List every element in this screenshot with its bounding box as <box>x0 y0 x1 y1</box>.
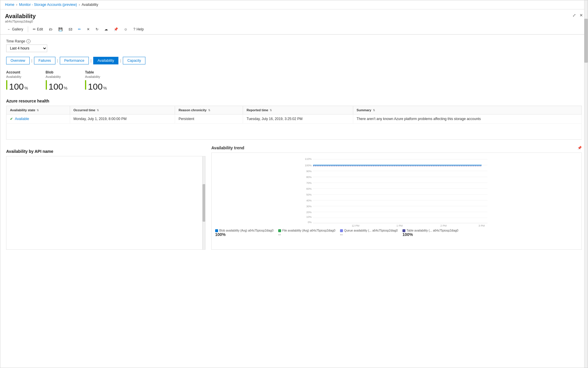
legend-blob: Blob availability (Avg) a64s75piosp2diag… <box>215 229 273 237</box>
share-button[interactable]: 🖂 <box>66 26 74 32</box>
edit-label: Edit <box>37 27 43 31</box>
feedback-icon: ☺ <box>124 27 128 31</box>
metric-blob-pct: % <box>64 86 67 90</box>
sort-summary-icon[interactable]: ⇅ <box>373 109 375 112</box>
svg-text:3 PM: 3 PM <box>478 224 485 227</box>
gallery-label: Gallery <box>12 27 23 31</box>
breadcrumb-monitor[interactable]: Monitor - Storage Accounts (preview) <box>19 3 77 7</box>
metric-blob: Blob Availability 100 % <box>46 70 68 92</box>
svg-text:70%: 70% <box>306 182 312 184</box>
sort-reason-icon[interactable]: ⇅ <box>208 109 210 112</box>
trend-section: Availability trend 📌 110% 100% 90% 80% 7… <box>211 146 582 250</box>
metric-table-name: Table <box>85 70 107 74</box>
sort-state-icon[interactable]: ⇅ <box>37 109 39 112</box>
legend-queue: Queue availability (... a64s75piosp2diag… <box>340 229 398 237</box>
close-icon[interactable]: ✕ <box>579 13 583 18</box>
legend-queue-color <box>340 229 343 232</box>
time-range-select[interactable]: Last 4 hours Last 1 hour Last 12 hours L… <box>6 44 47 52</box>
svg-text:30%: 30% <box>306 205 312 208</box>
legend-table-text: Table availability (... a64s75piosp2diag… <box>407 229 458 232</box>
nav-tabs: Overview | Failures | Performance | Avai… <box>6 57 582 64</box>
svg-text:12 PM: 12 PM <box>352 224 359 227</box>
col-summary: Summary ⇅ <box>353 106 582 114</box>
legend-file-value: -- <box>278 232 281 237</box>
cell-summary: There aren't any known Azure platform pr… <box>353 114 582 124</box>
feedback-button[interactable]: ☺ <box>122 26 130 32</box>
trend-legend: Blob availability (Avg) a64s75piosp2diag… <box>215 229 578 237</box>
search-pin-button[interactable]: 📌 <box>111 26 120 32</box>
trend-pin-icon[interactable]: 📌 <box>577 146 582 150</box>
title-left: Availability a64s75piosp2diag0 <box>5 13 36 23</box>
breadcrumb-home[interactable]: Home <box>5 3 14 7</box>
breadcrumb-sep-2: › <box>79 3 80 7</box>
metric-table-pct: % <box>103 86 107 90</box>
legend-table-label: Table availability (... a64s75piosp2diag… <box>402 229 458 232</box>
trend-chart: 110% 100% 90% 80% 70% 60% 50% 40% 30% 20… <box>215 156 578 227</box>
refresh-button[interactable]: ↻ <box>93 26 101 32</box>
metric-table-sub: Availability <box>85 75 107 78</box>
resource-health-section: Azure resource health Availability state… <box>6 99 582 140</box>
metric-account: Account Availability 100 % <box>6 70 28 92</box>
svg-text:10%: 10% <box>306 215 312 218</box>
api-table-section: Availability by API name Namespace ⇅ <box>6 146 205 250</box>
save-button[interactable]: 🗁 <box>47 26 55 32</box>
save-as-button[interactable]: 💾 <box>56 26 65 32</box>
tab-performance[interactable]: Performance <box>60 57 89 64</box>
legend-file: File availability (Avg) a64s75piosp2diag… <box>278 229 335 237</box>
save-icon: 🗁 <box>49 27 52 31</box>
sort-reported-icon[interactable]: ⇅ <box>270 109 272 112</box>
metric-blob-name: Blob <box>46 70 68 74</box>
metric-blob-bar <box>46 80 47 90</box>
metric-account-bar <box>6 80 7 90</box>
svg-text:1 PM: 1 PM <box>396 224 402 227</box>
svg-text:50%: 50% <box>306 193 312 196</box>
scrollbar-track[interactable] <box>584 0 588 368</box>
maximize-icon[interactable]: ⤢ <box>572 13 576 18</box>
edit-button[interactable]: ✏ Edit <box>30 26 45 32</box>
legend-blob-value: 100% <box>215 232 226 237</box>
col-reason: Reason chronicity ⇅ <box>175 106 243 114</box>
trend-title: Availability trend <box>211 146 244 150</box>
time-range-info-icon[interactable]: i <box>26 39 30 43</box>
help-button[interactable]: ? Help <box>131 26 146 32</box>
tab-overview[interactable]: Overview <box>6 57 30 64</box>
pencil-icon: ✏ <box>78 27 81 31</box>
svg-text:40%: 40% <box>306 199 312 202</box>
trend-container: 110% 100% 90% 80% 70% 60% 50% 40% 30% 20… <box>211 153 582 250</box>
scrollbar-thumb[interactable] <box>584 19 588 63</box>
pencil-button[interactable]: ✏ <box>76 26 83 32</box>
toolbar-sep-1 <box>28 26 28 32</box>
metric-blob-value: 100 % <box>46 80 68 92</box>
svg-text:2 PM: 2 PM <box>440 224 446 227</box>
cell-occurred: Monday, July 1, 2019, 8:00:00 PM <box>70 114 175 124</box>
metric-table-num: 100 <box>88 82 103 92</box>
tab-failures[interactable]: Failures <box>34 57 55 64</box>
bottom-section: Availability by API name Namespace ⇅ <box>6 146 582 250</box>
discard-icon: ✕ <box>87 27 90 31</box>
gallery-icon: ← <box>7 27 11 31</box>
nav-sep-3: | <box>91 59 91 63</box>
nav-sep-4: | <box>120 59 121 63</box>
sort-occurred-icon[interactable]: ⇅ <box>97 109 99 112</box>
tab-availability[interactable]: Availability <box>93 57 118 64</box>
metric-account-value: 100 % <box>6 80 28 92</box>
trend-title-row: Availability trend 📌 <box>211 146 582 150</box>
metric-account-num: 100 <box>9 82 24 92</box>
metric-account-sub: Availability <box>6 75 28 78</box>
metric-table-bar <box>85 80 86 90</box>
metric-blob-num: 100 <box>49 82 63 92</box>
upload-button[interactable]: ☁ <box>102 26 110 32</box>
available-link[interactable]: Available <box>15 117 29 121</box>
col-state: Availability state ⇅ <box>6 106 70 114</box>
legend-table-color <box>402 229 405 232</box>
toolbar: ← Gallery ✏ Edit 🗁 💾 🖂 ✏ ✕ ↻ ☁ 📌 <box>0 24 588 35</box>
gallery-button[interactable]: ← Gallery <box>5 26 26 32</box>
discard-button[interactable]: ✕ <box>84 26 92 32</box>
refresh-icon: ↻ <box>96 27 98 31</box>
svg-text:80%: 80% <box>306 176 312 179</box>
upload-icon: ☁ <box>104 27 108 31</box>
resource-health-title: Azure resource health <box>6 99 582 103</box>
tab-capacity[interactable]: Capacity <box>123 57 145 64</box>
available-dot-icon: ✔ <box>10 117 13 121</box>
search-pin-icon: 📌 <box>114 27 118 31</box>
